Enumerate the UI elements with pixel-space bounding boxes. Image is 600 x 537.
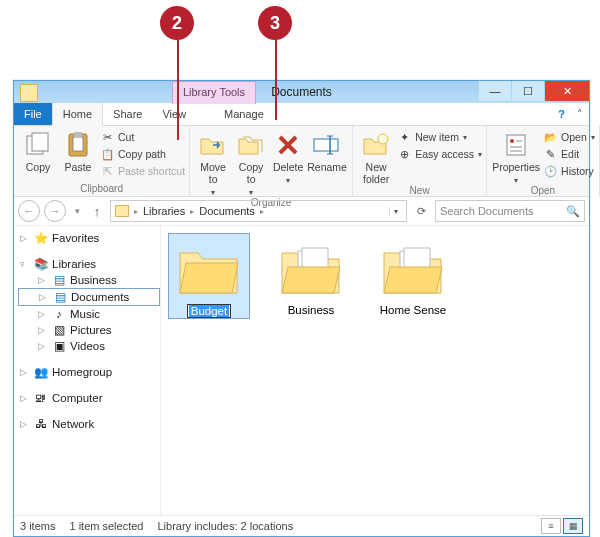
tab-file[interactable]: File (14, 103, 52, 125)
homegroup-icon: 👥 (34, 365, 48, 379)
details-view-button[interactable]: ≡ (541, 518, 561, 534)
svg-rect-3 (73, 137, 83, 151)
search-box[interactable]: Search Documents 🔍 (435, 200, 585, 222)
svg-point-9 (378, 134, 388, 144)
group-clipboard-label: Clipboard (18, 183, 185, 196)
rename-icon (306, 130, 348, 160)
nav-pane: ▷ ⭐ Favorites ▿ 📚 Libraries ▷ ▤ Business (14, 224, 161, 516)
library-icon: ▤ (53, 290, 67, 304)
collapse-ribbon-button[interactable]: ˄ (571, 103, 589, 125)
paste-shortcut-button[interactable]: ⇱Paste shortcut (100, 164, 185, 179)
easy-access-button[interactable]: ⊕Easy access ▾ (397, 147, 482, 162)
folder-docs-icon (380, 241, 446, 297)
tree-libraries[interactable]: ▿ 📚 Libraries (18, 256, 160, 272)
tree-business[interactable]: ▷ ▤ Business (18, 272, 160, 288)
star-icon: ⭐ (34, 231, 48, 245)
svg-point-11 (510, 139, 514, 143)
paste-button[interactable]: Paste (58, 128, 98, 173)
copy-to-icon (232, 130, 270, 160)
tab-manage[interactable]: Manage (214, 103, 274, 125)
group-organize: Move to▾ Copy to▾ Delete▾ (190, 126, 353, 196)
items-view[interactable]: Budget Business (161, 224, 589, 516)
refresh-button[interactable]: ⟳ (411, 205, 431, 218)
libraries-icon: 📚 (34, 257, 48, 271)
svg-rect-10 (507, 135, 525, 155)
open-icon: 📂 (543, 131, 557, 145)
cut-button[interactable]: ✂Cut (100, 130, 185, 145)
crumb-documents[interactable]: Documents (199, 205, 255, 217)
tree-favorites[interactable]: ▷ ⭐ Favorites (18, 230, 160, 246)
history-button[interactable]: 🕑History (543, 164, 595, 179)
folder-business[interactable]: Business (271, 234, 351, 316)
window-folder-icon (20, 84, 38, 102)
scissors-icon: ✂ (100, 131, 114, 145)
callout-2-line (177, 40, 179, 140)
search-placeholder: Search Documents (440, 205, 534, 217)
new-item-button[interactable]: ✦New item ▾ (397, 130, 482, 145)
svg-rect-5 (314, 139, 338, 151)
crumb-libraries[interactable]: Libraries (143, 205, 185, 217)
tree-homegroup[interactable]: ▷ 👥 Homegroup (18, 364, 160, 380)
forward-button[interactable]: → (44, 200, 66, 222)
properties-button[interactable]: Properties▾ (491, 128, 541, 185)
group-new-label: New (357, 185, 482, 198)
copy-button[interactable]: Copy (18, 128, 58, 173)
new-item-icon: ✦ (397, 131, 411, 145)
folder-label: Business (271, 304, 351, 316)
tab-view[interactable]: View (152, 103, 196, 125)
context-tab-library-tools[interactable]: Library Tools (172, 81, 256, 104)
minimize-button[interactable]: — (479, 81, 511, 101)
tree-videos[interactable]: ▷ ▣ Videos (18, 338, 160, 354)
properties-icon (491, 130, 541, 160)
paste-icon (58, 130, 98, 160)
callout-2-badge: 2 (160, 6, 194, 40)
explorer-window: Library Tools Documents — ☐ ✕ File Home … (13, 80, 590, 537)
status-count: 3 items (20, 520, 55, 532)
move-to-button[interactable]: Move to▾ (194, 128, 232, 197)
tab-share[interactable]: Share (103, 103, 152, 125)
status-library: Library includes: 2 locations (157, 520, 293, 532)
new-folder-icon (357, 130, 395, 160)
group-open: Properties▾ 📂Open ▾ ✎Edit 🕑History Open (487, 126, 600, 196)
easy-access-icon: ⊕ (397, 148, 411, 162)
videos-icon: ▣ (52, 339, 66, 353)
tree-network[interactable]: ▷ 🖧 Network (18, 416, 160, 432)
svg-rect-4 (74, 132, 82, 137)
copy-to-button[interactable]: Copy to▾ (232, 128, 270, 197)
titlebar[interactable]: Library Tools Documents — ☐ ✕ (14, 81, 589, 103)
address-dropdown[interactable]: ▾ (389, 207, 402, 216)
up-button[interactable]: ↑ (88, 204, 106, 219)
network-icon: 🖧 (34, 417, 48, 431)
ribbon-tabstrip: File Home Share View Manage ? ˄ (14, 103, 589, 126)
delete-button[interactable]: Delete▾ (270, 128, 306, 185)
search-icon: 🔍 (566, 205, 580, 218)
close-button[interactable]: ✕ (545, 81, 589, 101)
tree-documents[interactable]: ▷ ▤ Documents (18, 288, 160, 306)
tab-home[interactable]: Home (52, 102, 103, 126)
new-folder-button[interactable]: New folder (357, 128, 395, 185)
maximize-button[interactable]: ☐ (512, 81, 544, 101)
back-button[interactable]: ← (18, 200, 40, 222)
music-icon: ♪ (52, 307, 66, 321)
edit-button[interactable]: ✎Edit (543, 147, 595, 162)
folder-docs-icon (278, 241, 344, 297)
delete-icon (270, 130, 306, 160)
address-bar[interactable]: ▸ Libraries ▸ Documents ▸ ▾ (110, 200, 407, 222)
copy-path-button[interactable]: 📋Copy path (100, 147, 185, 162)
group-new: New folder ✦New item ▾ ⊕Easy access ▾ Ne… (353, 126, 487, 196)
recent-locations-button[interactable]: ▾ (70, 206, 84, 216)
folder-budget[interactable]: Budget (169, 234, 249, 318)
copy-icon (18, 130, 58, 160)
group-clipboard: Copy Paste ✂Cut 📋Copy path ⇱Paste shortc… (14, 126, 190, 196)
tree-computer[interactable]: ▷ 🖳 Computer (18, 390, 160, 406)
tree-music[interactable]: ▷ ♪ Music (18, 306, 160, 322)
folder-home-sense[interactable]: Home Sense (373, 234, 453, 316)
rename-button[interactable]: Rename (306, 128, 348, 173)
library-icon: ▤ (52, 273, 66, 287)
icons-view-button[interactable]: ▦ (563, 518, 583, 534)
rename-textbox[interactable]: Budget (187, 304, 231, 318)
pictures-icon: ▧ (52, 323, 66, 337)
help-button[interactable]: ? (552, 103, 571, 125)
tree-pictures[interactable]: ▷ ▧ Pictures (18, 322, 160, 338)
open-button[interactable]: 📂Open ▾ (543, 130, 595, 145)
